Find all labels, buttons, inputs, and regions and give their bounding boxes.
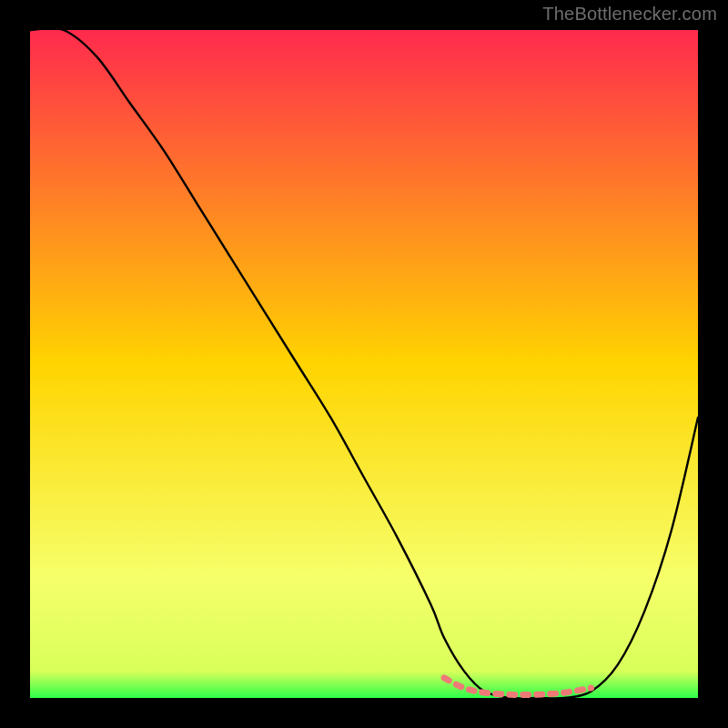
outer-black-frame: TheBottlenecker.com [0, 0, 728, 728]
chart-svg [0, 0, 728, 728]
source-watermark: TheBottlenecker.com [542, 4, 717, 25]
plot-background [30, 30, 698, 698]
